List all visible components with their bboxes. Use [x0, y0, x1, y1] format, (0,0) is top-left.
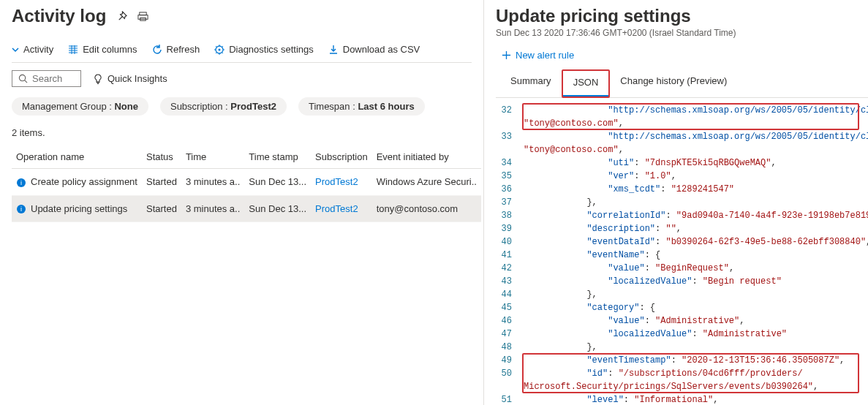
- json-line: 48 },: [496, 341, 862, 354]
- line-number: 38: [496, 209, 524, 222]
- search-input[interactable]: [32, 73, 72, 84]
- json-line: 49 "eventTimestamp": "2020-12-13T15:36:4…: [496, 354, 862, 367]
- download-csv-label: Download as CSV: [343, 44, 420, 55]
- tab-change-history[interactable]: Change history (Preview): [610, 69, 737, 97]
- cell-timestamp: Sun Dec 13...: [244, 195, 311, 222]
- json-line: 43 "localizedValue": "Begin request": [496, 275, 862, 288]
- activity-log-panel: Activity log Activity Edit columns Refre…: [0, 0, 484, 405]
- detail-title: Update pricing settings: [496, 6, 868, 26]
- new-alert-label: New alert rule: [516, 50, 574, 61]
- json-code: "tony@contoso.com",: [524, 117, 862, 130]
- svg-rect-0: [140, 12, 146, 15]
- tab-json[interactable]: JSON: [563, 71, 609, 96]
- download-csv-button[interactable]: Download as CSV: [328, 44, 420, 55]
- line-number: 50: [496, 367, 524, 380]
- json-line: 33 "http://schemas.xmlsoap.org/ws/2005/0…: [496, 130, 862, 143]
- pill-subscription[interactable]: Subscription : ProdTest2: [160, 97, 287, 116]
- col-timestamp[interactable]: Time stamp: [244, 145, 311, 169]
- json-code: "tony@contoso.com",: [524, 143, 862, 156]
- line-number: 39: [496, 222, 524, 235]
- pill-management-group[interactable]: Management Group : None: [12, 97, 148, 116]
- line-number: 33: [496, 130, 524, 143]
- col-status[interactable]: Status: [142, 145, 181, 169]
- diagnostics-button[interactable]: Diagnostics settings: [214, 44, 314, 55]
- line-number: [496, 380, 524, 393]
- diagnostics-label: Diagnostics settings: [229, 44, 314, 55]
- activity-dropdown[interactable]: Activity: [12, 44, 53, 55]
- col-initiated-by[interactable]: Event initiated by: [372, 145, 481, 169]
- json-code: "level": "Informational",: [524, 393, 862, 405]
- line-number: 35: [496, 170, 524, 183]
- line-number: 43: [496, 275, 524, 288]
- line-number: 37: [496, 196, 524, 209]
- line-number: 48: [496, 341, 524, 354]
- detail-tabs: Summary JSON Change history (Preview): [496, 69, 868, 98]
- cell-time: 3 minutes a..: [181, 195, 244, 222]
- quick-insights-button[interactable]: Quick Insights: [93, 73, 167, 84]
- svg-rect-1: [138, 15, 148, 19]
- search-icon: [18, 74, 28, 83]
- table-header-row: Operation name Status Time Time stamp Su…: [12, 145, 481, 169]
- cell-status: Started: [142, 195, 181, 222]
- cell-subscription[interactable]: ProdTest2: [311, 195, 372, 222]
- print-icon[interactable]: [137, 11, 148, 22]
- plus-icon: [502, 50, 511, 60]
- json-code: },: [524, 341, 862, 354]
- json-code: "description": "",: [524, 222, 862, 235]
- line-number: 32: [496, 104, 524, 117]
- line-number: 40: [496, 235, 524, 249]
- filter-pills: Management Group : None Subscription : P…: [12, 94, 472, 124]
- json-line: 36 "xms_tcdt": "1289241547": [496, 183, 862, 196]
- cell-initiated-by: tony@contoso.com: [372, 195, 481, 222]
- json-code: "eventDataId": "b0390264-62f3-49e5-be88-…: [524, 235, 868, 249]
- line-number: 36: [496, 183, 524, 196]
- svg-point-4: [219, 48, 221, 50]
- json-code: },: [524, 288, 862, 301]
- pill-timespan[interactable]: Timespan : Last 6 hours: [298, 97, 425, 116]
- line-number: [496, 143, 524, 156]
- col-operation[interactable]: Operation name: [12, 145, 142, 169]
- line-number: [496, 117, 524, 130]
- json-code: "ver": "1.0",: [524, 170, 862, 183]
- cell-timestamp: Sun Dec 13...: [244, 169, 311, 196]
- line-number: 41: [496, 249, 524, 262]
- json-line: Microsoft.Security/pricings/SqlServers/e…: [496, 380, 862, 393]
- quick-insights-label: Quick Insights: [107, 73, 167, 84]
- pin-icon[interactable]: [116, 11, 127, 22]
- edit-columns-label: Edit columns: [83, 44, 137, 55]
- col-time[interactable]: Time: [181, 145, 244, 169]
- json-line: 45 "category": {: [496, 301, 862, 314]
- line-number: 44: [496, 288, 524, 301]
- line-number: 42: [496, 262, 524, 275]
- json-code: "value": "Administrative",: [524, 314, 862, 328]
- json-viewer[interactable]: 32 "http://schemas.xmlsoap.org/ws/2005/0…: [496, 98, 868, 405]
- json-code: "uti": "7dnspKTE5ki5qRBGQweMAQ",: [524, 156, 862, 170]
- lightbulb-icon: [93, 74, 103, 84]
- table-row[interactable]: iCreate policy assignmentStarted3 minute…: [12, 169, 481, 196]
- json-line: 34 "uti": "7dnspKTE5ki5qRBGQweMAQ",: [496, 156, 862, 170]
- cell-subscription[interactable]: ProdTest2: [311, 169, 372, 196]
- refresh-button[interactable]: Refresh: [152, 44, 200, 55]
- json-line: 50 "id": "/subscriptions/04cd6fff/provid…: [496, 367, 862, 380]
- col-subscription[interactable]: Subscription: [311, 145, 372, 169]
- json-code: "http://schemas.xmlsoap.org/ws/2005/05/i…: [524, 130, 868, 143]
- new-alert-rule-button[interactable]: New alert rule: [496, 50, 868, 61]
- items-count: 2 items.: [12, 124, 472, 145]
- page-title: Activity log: [12, 6, 106, 26]
- json-code: },: [524, 196, 862, 209]
- search-input-wrapper[interactable]: [12, 70, 81, 87]
- json-code: "category": {: [524, 301, 862, 314]
- tab-summary[interactable]: Summary: [500, 69, 562, 97]
- svg-text:i: i: [20, 205, 22, 213]
- json-line: "tony@contoso.com",: [496, 143, 862, 156]
- edit-columns-button[interactable]: Edit columns: [68, 44, 137, 55]
- json-line: 39 "description": "",: [496, 222, 862, 235]
- line-number: 46: [496, 314, 524, 328]
- line-number: 45: [496, 301, 524, 314]
- json-code: "eventTimestamp": "2020-12-13T15:36:46.3…: [524, 354, 862, 367]
- toolbar: Activity Edit columns Refresh Diagnostic…: [12, 39, 472, 63]
- activity-table: Operation name Status Time Time stamp Su…: [12, 145, 481, 222]
- table-row[interactable]: iUpdate pricing settingsStarted3 minutes…: [12, 195, 481, 222]
- info-icon: i: [16, 204, 26, 214]
- cell-operation: Update pricing settings: [31, 203, 127, 214]
